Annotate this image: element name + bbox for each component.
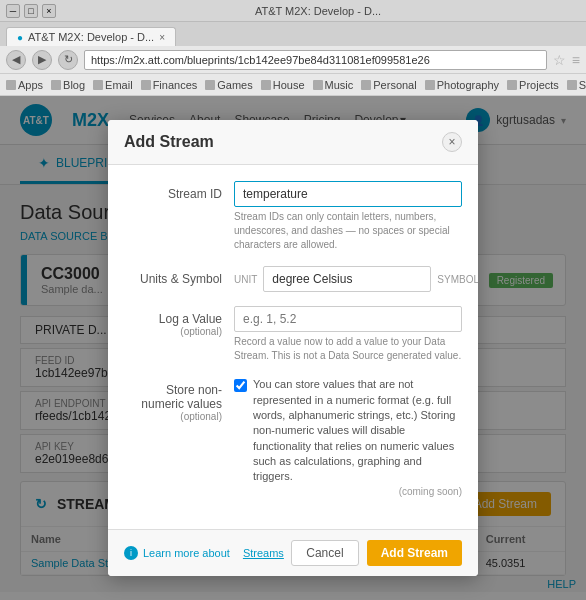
- tab-title: AT&T M2X: Develop - D...: [28, 31, 154, 43]
- maximize-button[interactable]: □: [24, 4, 38, 18]
- coming-soon-label: (coming soon): [253, 485, 462, 499]
- store-nonnumeric-checkbox-row: You can store values that are not repres…: [234, 377, 462, 499]
- page-content: AT&T M2X Services About Showcase Pricing…: [0, 96, 586, 600]
- window-title: AT&T M2X: Develop - D...: [56, 5, 580, 17]
- email-favicon: [93, 80, 103, 90]
- log-value-input[interactable]: [234, 306, 462, 332]
- finances-favicon: [141, 80, 151, 90]
- projects-favicon: [507, 80, 517, 90]
- stream-id-label: Stream ID: [124, 181, 234, 201]
- games-favicon: [205, 80, 215, 90]
- bookmark-projects[interactable]: Projects: [507, 79, 559, 91]
- add-stream-button[interactable]: Add Stream: [367, 540, 462, 566]
- address-bar: ◀ ▶ ↻ https://m2x.att.com/blueprints/1cb…: [0, 46, 586, 74]
- minimize-button[interactable]: ─: [6, 4, 20, 18]
- photography-favicon: [425, 80, 435, 90]
- stream-id-control: Stream IDs can only contain letters, num…: [234, 181, 462, 252]
- browser-titlebar: ─ □ × AT&T M2X: Develop - D...: [0, 0, 586, 22]
- modal-footer-buttons: Cancel Add Stream: [291, 540, 462, 566]
- bookmark-finances[interactable]: Finances: [141, 79, 198, 91]
- add-stream-modal: Add Stream × Stream ID Stream IDs can on…: [108, 120, 478, 576]
- modal-header: Add Stream ×: [108, 120, 478, 165]
- back-button[interactable]: ◀: [6, 50, 26, 70]
- browser-tab[interactable]: ● AT&T M2X: Develop - D... ×: [6, 27, 176, 46]
- sparkfun-favicon: [567, 80, 577, 90]
- bookmark-email[interactable]: Email: [93, 79, 133, 91]
- symbol-sub-label: SYMBOL: [437, 274, 478, 285]
- bookmark-house[interactable]: House: [261, 79, 305, 91]
- apps-favicon: [6, 80, 16, 90]
- refresh-button[interactable]: ↻: [58, 50, 78, 70]
- bookmarks-bar: Apps Blog Email Finances Games House Mus…: [0, 74, 586, 96]
- bookmark-apps[interactable]: Apps: [6, 79, 43, 91]
- tab-bar: ● AT&T M2X: Develop - D... ×: [0, 22, 586, 46]
- bookmark-blog[interactable]: Blog: [51, 79, 85, 91]
- star-icon[interactable]: ☆: [553, 52, 566, 68]
- store-nonnumeric-control: You can store values that are not repres…: [234, 377, 462, 499]
- units-symbol-control: UNIT SYMBOL Aa: [234, 266, 478, 292]
- window-controls: ─ □ ×: [6, 4, 56, 18]
- log-value-control: Record a value now to add a value to you…: [234, 306, 462, 363]
- store-nonnumeric-label: Store non-numeric values (optional): [124, 377, 234, 422]
- log-value-hint: Record a value now to add a value to you…: [234, 335, 462, 363]
- url-input[interactable]: https://m2x.att.com/blueprints/1cb142ee9…: [84, 50, 547, 70]
- stream-id-input[interactable]: [234, 181, 462, 207]
- modal-close-button[interactable]: ×: [442, 132, 462, 152]
- blog-favicon: [51, 80, 61, 90]
- store-nonnumeric-checkbox[interactable]: [234, 379, 247, 392]
- stream-id-row: Stream ID Stream IDs can only contain le…: [124, 181, 462, 252]
- bookmark-photography[interactable]: Photography: [425, 79, 499, 91]
- units-symbol-row: Units & Symbol UNIT SYMBOL Aa: [124, 266, 462, 292]
- house-favicon: [261, 80, 271, 90]
- unit-input[interactable]: [263, 266, 431, 292]
- bookmark-personal[interactable]: Personal: [361, 79, 416, 91]
- stream-id-hint: Stream IDs can only contain letters, num…: [234, 210, 462, 252]
- log-value-row: Log a Value (optional) Record a value no…: [124, 306, 462, 363]
- cancel-button[interactable]: Cancel: [291, 540, 358, 566]
- menu-icon[interactable]: ≡: [572, 52, 580, 68]
- close-button[interactable]: ×: [42, 4, 56, 18]
- url-text: https://m2x.att.com/blueprints/1cb142ee9…: [91, 54, 430, 66]
- streams-link[interactable]: Streams: [243, 547, 284, 559]
- bookmark-music[interactable]: Music: [313, 79, 354, 91]
- bookmark-sparkfun[interactable]: SparkFun: [567, 79, 586, 91]
- modal-body: Stream ID Stream IDs can only contain le…: [108, 165, 478, 529]
- modal-footer: i Learn more about Streams Cancel Add St…: [108, 529, 478, 576]
- forward-button[interactable]: ▶: [32, 50, 52, 70]
- music-favicon: [313, 80, 323, 90]
- store-nonnumeric-text: You can store values that are not repres…: [253, 377, 462, 499]
- learn-more-link[interactable]: i Learn more about Streams: [124, 546, 284, 560]
- unit-sub-label: UNIT: [234, 274, 257, 285]
- log-value-label: Log a Value (optional): [124, 306, 234, 337]
- personal-favicon: [361, 80, 371, 90]
- tab-close-icon[interactable]: ×: [159, 32, 165, 43]
- unit-symbol-inputs: UNIT SYMBOL Aa: [234, 266, 478, 292]
- units-symbol-label: Units & Symbol: [124, 266, 234, 286]
- info-icon: i: [124, 546, 138, 560]
- modal-title: Add Stream: [124, 133, 214, 151]
- store-nonnumeric-row: Store non-numeric values (optional) You …: [124, 377, 462, 499]
- bookmark-games[interactable]: Games: [205, 79, 252, 91]
- modal-overlay: Add Stream × Stream ID Stream IDs can on…: [0, 96, 586, 600]
